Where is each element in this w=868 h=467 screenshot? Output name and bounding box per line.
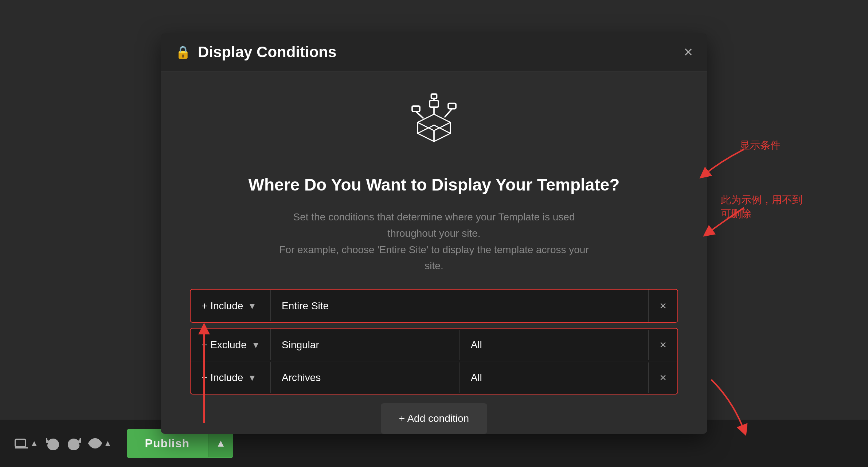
condition-type-include-archives[interactable]: + Include ▾ xyxy=(191,362,271,393)
modal-header: 🔒 Display Conditions × xyxy=(161,33,707,71)
condition-row-1: + Include ▾ Entire Site × xyxy=(190,289,678,323)
modal-main-title: Where Do You Want to Display Your Templa… xyxy=(249,175,620,195)
modal-overlay: 🔒 Display Conditions × xyxy=(0,0,868,467)
modal-title: Display Conditions xyxy=(198,43,336,61)
svg-rect-8 xyxy=(430,101,438,107)
condition-row-exclude: − Exclude ▾ Singular All × xyxy=(191,329,677,361)
chevron-down-icon-2: ▾ xyxy=(253,339,258,351)
svg-rect-10 xyxy=(412,106,420,111)
condition-remove-button-1[interactable]: × xyxy=(648,290,677,322)
condition-value-singular: Singular xyxy=(271,330,460,360)
template-illustration xyxy=(401,90,467,157)
condition-value-archives: Archives xyxy=(271,362,460,393)
chevron-down-icon: ▾ xyxy=(250,300,255,312)
modal-body: Where Do You Want to Display Your Templa… xyxy=(161,71,707,434)
condition-value-all-1: All xyxy=(460,330,649,360)
modal-description: Set the conditions that determine where … xyxy=(270,209,598,274)
condition-type-exclude[interactable]: − Exclude ▾ xyxy=(191,329,271,360)
condition-remove-button-exclude[interactable]: × xyxy=(649,329,677,361)
condition-remove-button-include[interactable]: × xyxy=(649,361,677,394)
modal-close-button[interactable]: × xyxy=(684,44,693,60)
chevron-down-icon-3: ▾ xyxy=(250,372,255,384)
condition-value-all-2: All xyxy=(460,362,649,393)
svg-rect-12 xyxy=(448,103,456,109)
condition-type-select-1[interactable]: + Include ▾ xyxy=(191,290,271,321)
condition-row-include-archives: + Include ▾ Archives All × xyxy=(191,361,677,394)
conditions-area: + Include ▾ Entire Site × − Exclude ▾ Si… xyxy=(190,289,678,434)
lock-icon: 🔒 xyxy=(175,45,191,59)
condition-group: − Exclude ▾ Singular All × + Include ▾ xyxy=(190,328,678,395)
svg-line-11 xyxy=(416,111,423,118)
add-condition-button[interactable]: + Add condition xyxy=(381,403,487,434)
condition-value-entire-site: Entire Site xyxy=(271,291,648,321)
modal-header-left: 🔒 Display Conditions xyxy=(175,43,336,61)
display-conditions-modal: 🔒 Display Conditions × xyxy=(161,33,707,434)
svg-line-13 xyxy=(445,109,452,117)
